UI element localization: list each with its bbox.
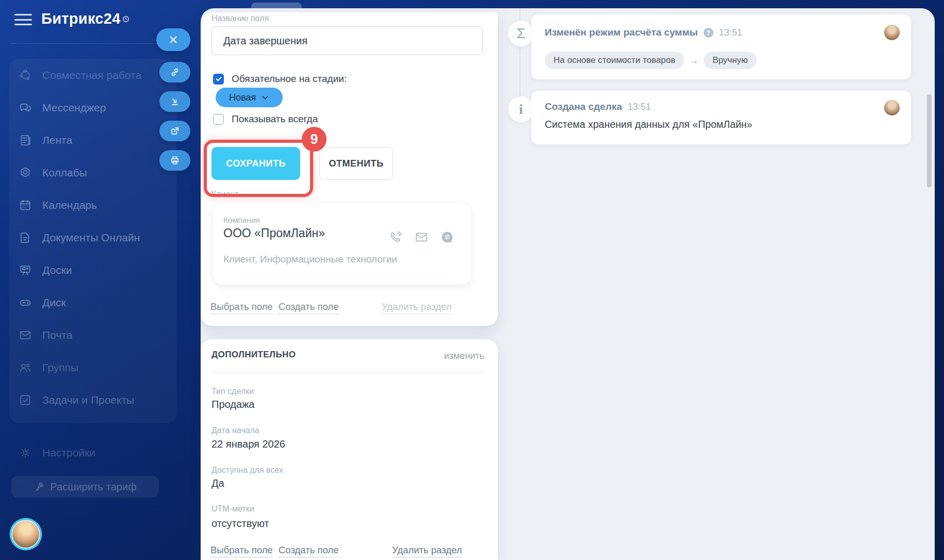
timeline-entry-deal-created: Создана сделка 13:51 Система хранения да… [531,91,911,144]
collapse-arrow-icon [170,96,180,107]
rocket-icon [34,481,45,492]
print-button[interactable] [159,150,190,171]
groups-icon [19,361,32,374]
client-card[interactable]: Компания ООО «ПромЛайн» Клиент, Информац… [213,203,471,285]
company-label: Компания [223,216,260,225]
stage-dropdown[interactable]: Новая [216,88,283,107]
call-button[interactable] [388,230,403,246]
timeline-entry-sum-mode: Изменён режим расчёта суммы ? 13:51 На о… [531,14,911,79]
additional-edit-link[interactable]: изменить [444,351,484,361]
field-name-input[interactable] [211,26,483,55]
sidebar-item-feed[interactable]: Лента [9,124,176,156]
select-field-link[interactable]: Выбрать поле [210,301,273,314]
sidebar-divider [10,43,174,44]
app-logo-text: Битрикс24 [41,10,121,27]
printer-icon [170,155,180,166]
sidebar-item-label: Документы Онлайн [42,232,140,244]
sidebar-item-label: Задачи и Проекты [42,394,134,406]
info-glyph: i [519,101,523,118]
sidebar-item-mail[interactable]: Почта [9,319,176,351]
sum-timeline-icon: Σ [508,21,534,46]
field-value: отсутствуют [211,518,269,530]
copy-link-button[interactable] [159,62,190,83]
field-label: Тип сделки [211,387,254,396]
timeline-entry-title: Создана сделка [545,101,622,112]
delete-section-link[interactable]: Удалить раздел [392,545,462,557]
timeline-entry-time: 13:51 [719,27,742,38]
create-field-link[interactable]: Создать поле [279,301,338,314]
menu-toggle-button[interactable] [14,14,32,25]
messenger-icon [19,101,32,114]
required-checkbox[interactable] [213,74,224,85]
sidebar-item-tasks[interactable]: Задачи и Проекты [9,384,176,416]
field-label: UTM-метки [211,504,254,514]
arrow-right-icon: → [689,55,698,66]
chat-transfer-icon [440,230,454,244]
sidebar: Битрикс24 Совместная работа Мессенджер Л… [0,0,186,560]
field-label: Доступна для всех [211,466,283,475]
author-avatar [884,100,900,116]
annotation-step-badge: 9 [302,127,327,152]
upgrade-plan-button[interactable]: Расширить тариф [11,476,159,498]
info-timeline-icon: i [508,96,534,122]
sidebar-item-collaboration[interactable]: Совместная работа [9,59,176,91]
sidebar-item-collabs[interactable]: Коллабы [9,156,176,189]
timeline-entry-body: Система хранения данных для «ПромЛайн» [545,119,752,130]
show-always-checkbox[interactable] [213,114,224,125]
sidebar-item-drive[interactable]: Диск [9,286,176,319]
sidebar-item-groups[interactable]: Группы [9,351,176,384]
close-slider-button[interactable] [156,28,190,51]
logo-clock-icon [122,9,129,26]
calendar-icon [19,199,32,212]
checkmark-icon [215,75,222,83]
open-new-window-button[interactable] [159,121,190,141]
bitrix24-app: Битрикс24 Совместная работа Мессенджер Л… [0,0,944,560]
envelope-icon [414,230,429,244]
old-value-badge: На основе стоимости товаров [545,52,684,69]
save-button[interactable]: СОХРАНИТЬ [211,147,300,180]
create-field-link[interactable]: Создать поле [279,545,338,557]
email-button[interactable] [414,230,429,246]
deal-main-card: Название поля Обязательное на стадии: Но… [201,12,498,326]
chat-transfer-button[interactable] [440,230,454,246]
select-field-link[interactable]: Выбрать поле [210,545,273,557]
timeline-entry-title: Изменён режим расчёта суммы [545,27,698,38]
gear-icon [19,446,32,459]
collaboration-icon [19,69,32,82]
feed-icon [19,134,32,147]
documents-icon [19,231,32,244]
field-value: Продажа [211,399,254,410]
tasks-icon [19,393,32,407]
show-always-row: Показывать всегда [213,113,318,125]
sidebar-settings-row: Настройки [9,436,176,469]
mail-icon [19,328,32,342]
delete-section-link[interactable]: Удалить раздел [382,301,451,314]
author-avatar [884,25,900,40]
upgrade-label: Расширить тариф [50,481,136,493]
additional-title: ДОПОЛНИТЕЛЬНО [211,350,296,360]
section-divider [211,372,484,373]
phone-icon [388,230,403,244]
collapse-button[interactable] [159,91,190,112]
sidebar-item-calendar[interactable]: Календарь [9,189,176,221]
show-always-label: Показывать всегда [232,113,318,125]
sidebar-item-settings[interactable]: Настройки [9,436,176,469]
user-avatar[interactable] [11,520,40,549]
collabs-icon [19,166,32,179]
sidebar-item-label: Коллабы [42,167,87,179]
cancel-button[interactable]: ОТМЕНИТЬ [319,147,393,180]
sidebar-item-boards[interactable]: Доски [9,254,176,286]
field-value: Да [211,477,224,489]
sidebar-item-label: Лента [42,134,72,146]
sidebar-item-documents[interactable]: Документы Онлайн [9,221,176,254]
help-icon[interactable]: ? [704,28,713,38]
sidebar-item-messenger[interactable]: Мессенджер [9,91,176,124]
client-section-label: Клиент [211,190,239,199]
company-name: ООО «ПромЛайн» [223,226,325,240]
field-value: 22 января 2026 [211,438,285,450]
scrollbar[interactable] [927,94,932,187]
stage-value: Новая [229,92,256,103]
sidebar-item-label: Доски [42,264,72,276]
required-on-stage-row: Обязательное на стадии: [213,73,347,85]
app-logo[interactable]: Битрикс24 [41,10,129,27]
